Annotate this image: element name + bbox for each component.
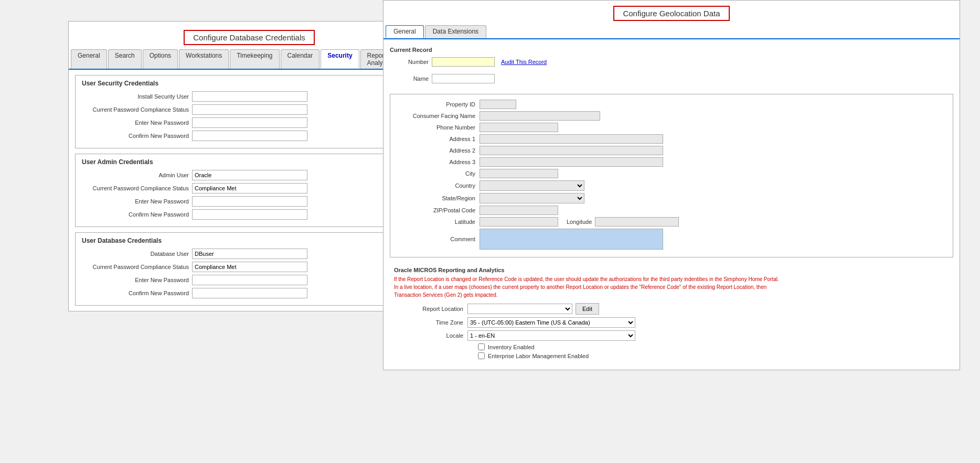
left-title-area: Configure Database Credentials bbox=[69, 21, 430, 49]
label-db-compliance: Current Password Compliance Status bbox=[82, 264, 192, 270]
edit-button[interactable]: Edit bbox=[576, 303, 599, 315]
form-row-db-compliance: Current Password Compliance Status bbox=[82, 262, 417, 272]
input-sec-compliance[interactable] bbox=[192, 104, 307, 115]
lng-label: Longitude bbox=[567, 219, 592, 225]
form-row-admin-compliance: Current Password Compliance Status bbox=[82, 183, 417, 193]
user-admin-title: User Admin Credentials bbox=[82, 158, 417, 166]
current-record-name-row: Name bbox=[390, 72, 953, 85]
form-row-db-new-pw: Enter New Password bbox=[82, 275, 417, 285]
input-sec-confirm-pw[interactable] bbox=[192, 131, 307, 141]
input-db-confirm-pw[interactable] bbox=[192, 288, 307, 298]
tab-security[interactable]: Security bbox=[321, 49, 359, 69]
inventory-label: Inventory Enabled bbox=[488, 344, 535, 350]
label-admin-compliance: Current Password Compliance Status bbox=[82, 185, 192, 191]
right-tab-data-extensions[interactable]: Data Extensions bbox=[425, 25, 486, 38]
address3-row: Address 3 bbox=[396, 157, 947, 167]
input-sec-new-pw[interactable] bbox=[192, 117, 307, 128]
user-security-section: User Security Credentials Install Securi… bbox=[75, 75, 423, 148]
zip-row: ZIP/Postal Code bbox=[396, 206, 947, 215]
comment-row: Comment bbox=[396, 229, 947, 250]
report-location-label: Report Location bbox=[394, 306, 467, 312]
label-sec-new-pw: Enter New Password bbox=[82, 120, 192, 126]
tab-search[interactable]: Search bbox=[108, 49, 142, 69]
address2-input[interactable] bbox=[480, 146, 663, 155]
address3-label: Address 3 bbox=[396, 159, 480, 165]
zip-input[interactable] bbox=[480, 206, 558, 215]
comment-textarea[interactable] bbox=[480, 229, 663, 250]
consumer-facing-input[interactable] bbox=[480, 111, 600, 121]
address3-input[interactable] bbox=[480, 157, 663, 167]
input-db-compliance[interactable] bbox=[192, 262, 307, 272]
form-row-admin-new-pw: Enter New Password bbox=[82, 196, 417, 207]
tab-calendar[interactable]: Calendar bbox=[281, 49, 320, 69]
input-admin-user[interactable] bbox=[192, 170, 307, 180]
name-label: Name bbox=[390, 76, 432, 82]
tab-timekeeping[interactable]: Timekeeping bbox=[230, 49, 279, 69]
label-admin-confirm-pw: Confirm New Password bbox=[82, 211, 192, 218]
enterprise-checkbox[interactable] bbox=[478, 352, 485, 359]
locale-select[interactable]: 1 - en-EN bbox=[467, 330, 635, 341]
enterprise-row: Enterprise Labor Management Enabled bbox=[394, 352, 949, 359]
analytics-info-text: If the Report Location is changed or Ref… bbox=[394, 275, 949, 299]
tab-general[interactable]: General bbox=[71, 49, 107, 69]
lat-input[interactable] bbox=[480, 217, 558, 227]
state-select[interactable] bbox=[480, 193, 584, 203]
right-title-area: Configure Geolocation Data bbox=[384, 1, 960, 25]
analytics-section: Oracle MICROS Reporting and Analytics If… bbox=[390, 263, 953, 365]
name-input[interactable] bbox=[432, 74, 495, 83]
lng-input[interactable] bbox=[595, 217, 679, 227]
user-db-title: User Database Credentials bbox=[82, 237, 417, 244]
property-id-row: Property ID bbox=[396, 100, 947, 109]
country-row: Country bbox=[396, 180, 947, 191]
form-row-sec-compliance: Current Password Compliance Status bbox=[82, 104, 417, 115]
tab-workstations[interactable]: Workstations bbox=[179, 49, 229, 69]
inventory-checkbox[interactable] bbox=[478, 343, 485, 350]
form-row-admin-confirm-pw: Confirm New Password bbox=[82, 209, 417, 220]
right-content: Current Record Number Audit This Record … bbox=[384, 39, 960, 370]
number-input[interactable] bbox=[432, 57, 495, 67]
timezone-select[interactable]: 35 - (UTC-05:00) Eastern Time (US & Cana… bbox=[467, 317, 635, 328]
inventory-row: Inventory Enabled bbox=[394, 343, 949, 350]
phone-row: Phone Number bbox=[396, 123, 947, 132]
city-label: City bbox=[396, 170, 480, 177]
right-panel: Configure Geolocation Data General Data … bbox=[383, 0, 960, 370]
input-admin-confirm-pw[interactable] bbox=[192, 209, 307, 220]
details-section: Property ID Consumer Facing Name Phone N… bbox=[390, 94, 953, 257]
right-tabs-bar: General Data Extensions bbox=[384, 25, 960, 39]
address2-row: Address 2 bbox=[396, 146, 947, 155]
state-row: State/Region bbox=[396, 193, 947, 203]
label-admin-new-pw: Enter New Password bbox=[82, 198, 192, 204]
property-id-input[interactable] bbox=[480, 100, 516, 109]
form-row-sec-confirm-pw: Confirm New Password bbox=[82, 131, 417, 141]
right-tab-general[interactable]: General bbox=[386, 25, 424, 38]
label-sec-compliance: Current Password Compliance Status bbox=[82, 106, 192, 113]
city-input[interactable] bbox=[480, 169, 558, 178]
input-db-new-pw[interactable] bbox=[192, 275, 307, 285]
country-select[interactable] bbox=[480, 180, 584, 191]
user-security-title: User Security Credentials bbox=[82, 80, 417, 87]
input-install-user[interactable] bbox=[192, 91, 307, 102]
address1-row: Address 1 bbox=[396, 134, 947, 144]
address1-label: Address 1 bbox=[396, 136, 480, 142]
zip-label: ZIP/Postal Code bbox=[396, 207, 480, 213]
label-db-new-pw: Enter New Password bbox=[82, 277, 192, 283]
audit-link[interactable]: Audit This Record bbox=[501, 59, 547, 65]
form-row-install-user: Install Security User bbox=[82, 91, 417, 102]
address2-label: Address 2 bbox=[396, 147, 480, 154]
input-admin-compliance[interactable] bbox=[192, 183, 307, 193]
address1-input[interactable] bbox=[480, 134, 663, 144]
report-location-row: Report Location Edit bbox=[394, 303, 949, 315]
label-admin-user: Admin User bbox=[82, 172, 192, 178]
timezone-label: Time Zone bbox=[394, 319, 467, 326]
input-db-user[interactable] bbox=[192, 249, 307, 259]
phone-input[interactable] bbox=[480, 123, 558, 132]
property-id-label: Property ID bbox=[396, 101, 480, 107]
form-row-admin-user: Admin User bbox=[82, 170, 417, 180]
locale-row: Locale 1 - en-EN bbox=[394, 330, 949, 341]
locale-label: Locale bbox=[394, 332, 467, 339]
input-admin-new-pw[interactable] bbox=[192, 196, 307, 207]
left-panel: Configure Database Credentials General S… bbox=[68, 21, 430, 311]
tab-options[interactable]: Options bbox=[143, 49, 178, 69]
report-location-select[interactable] bbox=[467, 304, 572, 314]
form-row-sec-new-pw: Enter New Password bbox=[82, 117, 417, 128]
